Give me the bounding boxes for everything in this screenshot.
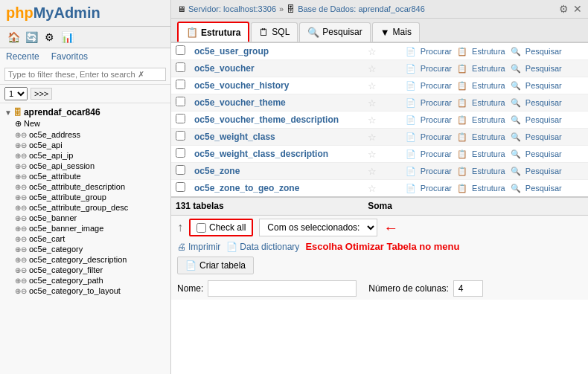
browse-action[interactable]: 📄 Procurar [406, 132, 452, 142]
sidebar-item-attribute-group[interactable]: ⊕⊖ oc5e_attribute_group [0, 192, 170, 202]
search-action[interactable]: 🔍 Pesquisar [511, 167, 562, 176]
table-name-link[interactable]: oc5e_zone_to_geo_zone [194, 183, 299, 193]
pesquisar-link[interactable]: Pesquisar [525, 167, 562, 175]
structure-action[interactable]: 📋 Estrutura [457, 64, 505, 74]
favoritos-link[interactable]: Favoritos [51, 51, 88, 62]
search-action[interactable]: 🔍 Pesquisar [511, 98, 562, 108]
data-dict-link[interactable]: 📄 Data dictionary [226, 242, 299, 252]
procurar-link[interactable]: Procurar [421, 64, 452, 73]
create-table-button[interactable]: 📄 Criar tabela [177, 257, 254, 274]
search-action[interactable]: 🔍 Pesquisar [511, 149, 562, 159]
pesquisar-link[interactable]: Pesquisar [525, 184, 562, 193]
procurar-link[interactable]: Procurar [421, 47, 452, 56]
row-checkbox[interactable] [176, 80, 185, 89]
close-icon[interactable]: ✕ [573, 3, 582, 15]
chart-icon[interactable]: 📊 [60, 30, 74, 45]
pesquisar-link[interactable]: Pesquisar [525, 81, 562, 90]
star-icon[interactable]: ☆ [368, 149, 377, 160]
table-name-link[interactable]: oc5e_voucher [194, 63, 255, 74]
table-name-link[interactable]: oc5e_zone [194, 166, 240, 176]
star-icon[interactable]: ☆ [368, 80, 377, 91]
table-name-link[interactable]: oc5e_user_group [194, 46, 269, 57]
search-action[interactable]: 🔍 Pesquisar [511, 184, 562, 193]
row-checkbox[interactable] [176, 131, 185, 141]
refresh-icon[interactable]: 🔄 [24, 30, 39, 45]
sidebar-item-category-path[interactable]: ⊕⊖ oc5e_category_path [0, 275, 170, 286]
browse-action[interactable]: 📄 Procurar [406, 64, 452, 74]
estrutura-link[interactable]: Estrutura [472, 81, 505, 90]
pesquisar-link[interactable]: Pesquisar [525, 64, 562, 73]
filter-input[interactable] [4, 68, 166, 81]
estrutura-link[interactable]: Estrutura [472, 184, 505, 193]
table-name-link[interactable]: oc5e_weight_class [194, 132, 275, 142]
sidebar-item-attribute-group-desc[interactable]: ⊕⊖ oc5e_attribute_group_desc [0, 202, 170, 213]
structure-action[interactable]: 📋 Estrutura [457, 132, 505, 142]
pesquisar-link[interactable]: Pesquisar [525, 47, 562, 56]
row-checkbox[interactable] [176, 62, 185, 72]
table-name-link[interactable]: oc5e_voucher_history [194, 80, 289, 91]
estrutura-link[interactable]: Estrutura [472, 132, 505, 141]
browse-action[interactable]: 📄 Procurar [406, 167, 452, 176]
search-action[interactable]: 🔍 Pesquisar [511, 115, 562, 125]
row-checkbox[interactable] [176, 97, 185, 106]
structure-action[interactable]: 📋 Estrutura [457, 115, 505, 125]
sidebar-item-address[interactable]: ⊕⊖ oc5e_address [0, 129, 170, 140]
browse-action[interactable]: 📄 Procurar [406, 47, 452, 57]
with-selected-select[interactable]: Com os seleccionados: [259, 219, 377, 236]
table-name-link[interactable]: oc5e_voucher_theme [194, 97, 286, 108]
procurar-link[interactable]: Procurar [421, 81, 452, 90]
next-page-button[interactable]: >>> [31, 88, 52, 100]
table-name-link[interactable]: oc5e_voucher_theme_description [194, 115, 339, 125]
star-icon[interactable]: ☆ [368, 166, 377, 177]
star-icon[interactable]: ☆ [368, 63, 377, 74]
pesquisar-link[interactable]: Pesquisar [525, 149, 562, 158]
row-checkbox[interactable] [176, 182, 185, 192]
settings-icon[interactable]: ⚙ [42, 30, 57, 45]
sidebar-item-banner[interactable]: ⊕⊖ oc5e_banner [0, 213, 170, 223]
sidebar-item-db-root[interactable]: ▼ 🗄 aprendaf_ocar846 [0, 106, 170, 118]
star-icon[interactable]: ☆ [368, 115, 377, 126]
star-icon[interactable]: ☆ [368, 132, 377, 143]
structure-action[interactable]: 📋 Estrutura [457, 81, 505, 91]
check-all-button[interactable]: Check all [189, 219, 253, 236]
check-all-checkbox[interactable] [196, 223, 206, 233]
browse-action[interactable]: 📄 Procurar [406, 149, 452, 159]
table-name-link[interactable]: oc5e_weight_class_description [194, 149, 328, 159]
row-checkbox[interactable] [176, 148, 185, 158]
structure-action[interactable]: 📋 Estrutura [457, 98, 505, 108]
procurar-link[interactable]: Procurar [421, 167, 452, 175]
sidebar-item-attribute[interactable]: ⊕⊖ oc5e_attribute [0, 171, 170, 181]
estrutura-link[interactable]: Estrutura [472, 167, 505, 175]
search-action[interactable]: 🔍 Pesquisar [511, 47, 562, 57]
print-link[interactable]: 🖨 Imprimir [177, 242, 220, 252]
search-action[interactable]: 🔍 Pesquisar [511, 81, 562, 91]
sidebar-item-api[interactable]: ⊕⊖ oc5e_api [0, 140, 170, 150]
page-select[interactable]: 1 [4, 87, 28, 100]
tab-pesquisar[interactable]: 🔍 Pesquisar [299, 22, 370, 42]
structure-action[interactable]: 📋 Estrutura [457, 47, 505, 57]
estrutura-link[interactable]: Estrutura [472, 115, 505, 124]
sidebar-item-cart[interactable]: ⊕⊖ oc5e_cart [0, 233, 170, 244]
search-action[interactable]: 🔍 Pesquisar [511, 132, 562, 142]
estrutura-link[interactable]: Estrutura [472, 64, 505, 73]
gear-icon[interactable]: ⚙ [559, 3, 569, 15]
search-action[interactable]: 🔍 Pesquisar [511, 64, 562, 74]
star-icon[interactable]: ☆ [368, 183, 377, 194]
structure-action[interactable]: 📋 Estrutura [457, 149, 505, 159]
browse-action[interactable]: 📄 Procurar [406, 184, 452, 193]
sidebar-item-api-ip[interactable]: ⊕⊖ oc5e_api_ip [0, 150, 170, 161]
tab-estrutura[interactable]: 📋 Estrutura [177, 22, 249, 42]
browse-action[interactable]: 📄 Procurar [406, 98, 452, 108]
pesquisar-link[interactable]: Pesquisar [525, 132, 562, 141]
nome-input[interactable] [208, 280, 357, 297]
sidebar-item-attribute-description[interactable]: ⊕⊖ oc5e_attribute_description [0, 181, 170, 192]
home-icon[interactable]: 🏠 [6, 30, 21, 45]
structure-action[interactable]: 📋 Estrutura [457, 167, 505, 176]
star-icon[interactable]: ☆ [368, 97, 377, 109]
sidebar-item-category-filter[interactable]: ⊕⊖ oc5e_category_filter [0, 265, 170, 275]
colunas-input[interactable] [453, 280, 483, 297]
row-checkbox[interactable] [176, 45, 185, 55]
sidebar-item-banner-image[interactable]: ⊕⊖ oc5e_banner_image [0, 223, 170, 233]
browse-action[interactable]: 📄 Procurar [406, 81, 452, 91]
structure-action[interactable]: 📋 Estrutura [457, 184, 505, 193]
